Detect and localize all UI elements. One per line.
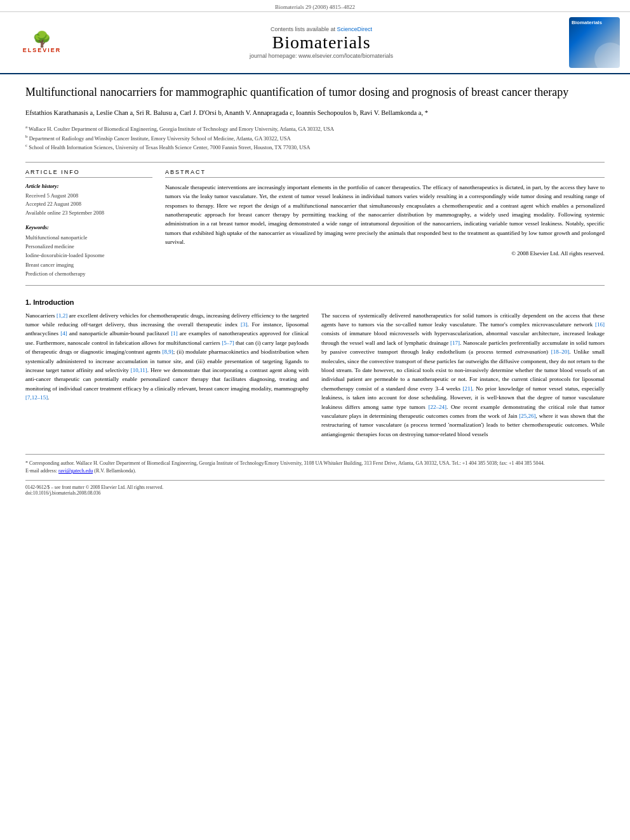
article-title: Multifunctional nanocarriers for mammogr…: [25, 84, 605, 100]
ref-10-11[interactable]: [10,11]: [131, 367, 147, 373]
body-p2: The success of systemically delivered na…: [321, 311, 605, 439]
article-info-section: ARTICLE INFO Article history: Received 5…: [25, 169, 152, 279]
issn-line: 0142-9612/$ – see front matter © 2008 El…: [25, 484, 605, 490]
section-num: 1.: [25, 298, 31, 306]
elsevier-name: ELSEVIER: [23, 47, 62, 53]
elsevier-tree-icon: 🌳: [32, 32, 51, 47]
ref-1-2[interactable]: [1,2]: [57, 312, 67, 319]
accepted-date: Accepted 22 August 2008: [25, 200, 152, 209]
main-content: Multifunctional nanocarriers for mammogr…: [0, 74, 630, 506]
ref-21[interactable]: [21]: [463, 385, 473, 392]
abstract-text: Nanoscale therapeutic interventions are …: [165, 183, 605, 258]
body-two-col: Nanocarriers [1,2] are excellent deliver…: [25, 311, 605, 444]
ref-25-26[interactable]: [25,26]: [519, 413, 535, 419]
keywords-list: Multifunctional nanoparticle Personalize…: [25, 233, 152, 279]
body-col-left: Nanocarriers [1,2] are excellent deliver…: [25, 311, 309, 444]
journal-header: 🌳 ELSEVIER Contents lists available at S…: [0, 12, 630, 74]
footnote-email-note: (R.V. Bellamkonda).: [94, 468, 136, 474]
authors-text: Efstathios Karathanasis a, Leslie Chan a…: [25, 109, 428, 116]
keyword-1: Multifunctional nanoparticle: [25, 233, 152, 242]
logo-decoration: [594, 43, 620, 68]
abstract-label: ABSTRACT: [165, 169, 605, 178]
keyword-3: Iodine-doxorubicin-loaded liposome: [25, 251, 152, 260]
available-date: Available online 23 September 2008: [25, 209, 152, 218]
ref-5-7[interactable]: [5–7]: [222, 340, 234, 346]
footnote-email-label: E-mail address:: [25, 468, 57, 474]
affiliation-c: c School of Health Information Sciences,…: [25, 142, 605, 152]
doi-line: doi:10.1016/j.biomaterials.2008.08.036: [25, 490, 605, 496]
authors-line: Efstathios Karathanasis a, Leslie Chan a…: [25, 108, 605, 119]
section-title: Introduction: [33, 298, 74, 306]
keyword-4: Breast cancer imaging: [25, 260, 152, 269]
biomaterials-logo-image: Biomaterials: [569, 17, 620, 68]
ref-4[interactable]: [4]: [60, 330, 67, 337]
science-direct-line: Contents lists available at ScienceDirec…: [74, 26, 569, 32]
biomaterials-logo-text: Biomaterials: [572, 20, 602, 25]
ref-18-20[interactable]: [18–20]: [551, 349, 570, 355]
footnote-corresponding: * Corresponding author. Wallace H. Coult…: [25, 460, 605, 467]
ref-8-9[interactable]: [8,9]: [163, 349, 173, 355]
article-history-label: Article history:: [25, 183, 152, 189]
body-content: 1. Introduction Nanocarriers [1,2] are e…: [25, 298, 605, 444]
keyword-2: Personalized medicine: [25, 242, 152, 251]
bottom-bar: 0142-9612/$ – see front matter © 2008 El…: [25, 480, 605, 496]
ref-1[interactable]: [1]: [171, 330, 178, 337]
footnote-star: * Corresponding author. Wallace H. Coult…: [25, 460, 544, 466]
elsevier-logo: 🌳 ELSEVIER: [10, 32, 74, 53]
journal-center: Contents lists available at ScienceDirec…: [74, 26, 569, 59]
ref-7-12-15[interactable]: [7,12–15]: [25, 394, 48, 401]
journal-homepage: journal homepage: www.elsevier.com/locat…: [74, 53, 569, 59]
journal-title: Biomaterials: [74, 32, 569, 53]
keyword-5: Prediction of chemotherapy: [25, 269, 152, 278]
body-p1: Nanocarriers [1,2] are excellent deliver…: [25, 311, 309, 403]
ref-17[interactable]: [17]: [450, 340, 460, 346]
affiliation-a: a Wallace H. Coulter Department of Biome…: [25, 124, 605, 133]
body-col-right: The success of systemically delivered na…: [321, 311, 605, 444]
keywords-label: Keywords:: [25, 224, 152, 230]
ref-3[interactable]: [3]: [241, 321, 248, 328]
abstract-section: ABSTRACT Nanoscale therapeutic intervent…: [165, 169, 605, 279]
article-info-label: ARTICLE INFO: [25, 169, 152, 178]
separator: [25, 162, 605, 163]
section-1-heading: 1. Introduction: [25, 298, 605, 306]
ref-16[interactable]: [16]: [595, 321, 605, 328]
copyright-text: © 2008 Elsevier Ltd. All rights reserved…: [165, 249, 605, 258]
journal-citation: Biomaterials 29 (2008) 4815–4822: [0, 0, 630, 12]
affiliation-b: b Department of Radiology and Winship Ca…: [25, 133, 605, 143]
abstract-content: Nanoscale therapeutic interventions are …: [165, 184, 605, 245]
ref-22-24[interactable]: [22–24]: [428, 404, 446, 410]
separator-2: [25, 285, 605, 286]
footnote-section: * Corresponding author. Wallace H. Coult…: [25, 454, 605, 475]
journal-info-text: Biomaterials 29 (2008) 4815–4822: [275, 4, 355, 10]
science-direct-link[interactable]: ScienceDirect: [337, 26, 373, 32]
article-info-abstract: ARTICLE INFO Article history: Received 5…: [25, 169, 605, 279]
received-date: Received 5 August 2008: [25, 192, 152, 201]
footnote-email-line: E-mail address: ravi@gatech.edu (R.V. Be…: [25, 467, 605, 475]
footnote-email-link[interactable]: ravi@gatech.edu: [58, 468, 93, 474]
affiliations: a Wallace H. Coulter Department of Biome…: [25, 124, 605, 152]
